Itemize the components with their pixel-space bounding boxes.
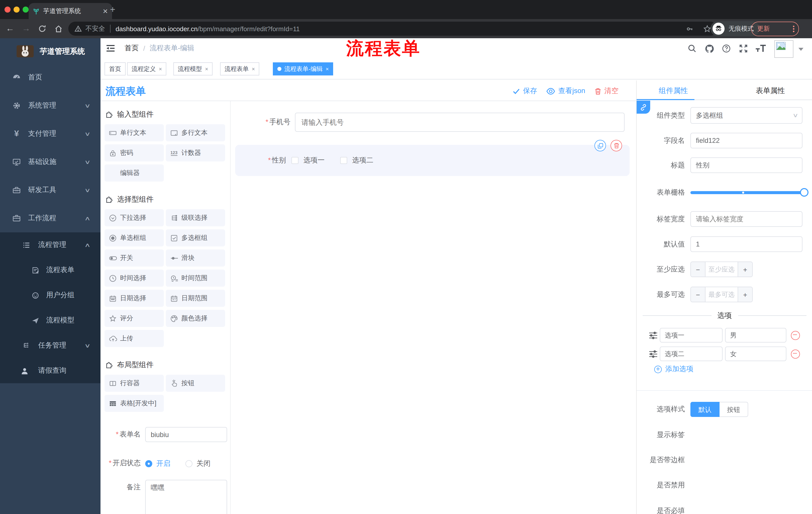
title-input[interactable]: [690, 157, 803, 173]
view-json-button[interactable]: 查看json: [546, 86, 585, 96]
clear-button[interactable]: 清空: [594, 86, 618, 96]
drag-handle-icon[interactable]: [649, 331, 658, 339]
github-icon[interactable]: [704, 44, 715, 54]
palette-item-checkbox-group[interactable]: 多选框组: [166, 229, 225, 246]
sidebar-item-process-form[interactable]: 流程表单: [0, 258, 100, 283]
status-on-label[interactable]: 开启: [156, 459, 170, 468]
palette-item-time-range[interactable]: 时间范围: [166, 270, 225, 287]
default-value-input[interactable]: [690, 236, 803, 252]
drag-handle-icon[interactable]: [649, 350, 658, 358]
tag-close-icon[interactable]: ×: [252, 66, 255, 72]
option1-label-input[interactable]: [660, 328, 723, 343]
chrome-menu-icon[interactable]: [793, 26, 794, 32]
sidebar-item-leave-query[interactable]: 请假查询: [0, 358, 100, 383]
sidebar-item-system[interactable]: 系统管理 ∨: [0, 91, 100, 120]
label-width-input[interactable]: [690, 211, 803, 227]
browser-tab[interactable]: 芋道管理系统 ✕: [29, 3, 112, 19]
sidebar-item-user-group[interactable]: 用户分组: [0, 283, 100, 308]
decrease-button[interactable]: −: [691, 262, 705, 277]
avatar-dropdown-caret-icon[interactable]: [799, 48, 804, 51]
form-name-input[interactable]: [145, 427, 227, 442]
add-option-button[interactable]: 添加选项: [654, 364, 693, 374]
tab-component-props[interactable]: 组件属性: [659, 80, 688, 101]
palette-item-single-text[interactable]: 单行文本: [105, 124, 164, 141]
search-icon[interactable]: [687, 44, 697, 54]
forward-icon[interactable]: →: [20, 23, 32, 35]
remove-option-icon[interactable]: [791, 349, 800, 358]
tag-close-icon[interactable]: ×: [326, 66, 329, 72]
sidebar-item-infra[interactable]: 基础设施 ∨: [0, 148, 100, 176]
radio-on-icon[interactable]: [145, 460, 152, 467]
decrease-button[interactable]: −: [691, 287, 705, 302]
palette-item-editor[interactable]: 编辑器: [105, 164, 164, 182]
bookmark-star-icon[interactable]: [703, 24, 712, 33]
option2-label-input[interactable]: [660, 347, 723, 361]
avatar[interactable]: [774, 40, 793, 58]
back-icon[interactable]: ←: [4, 23, 16, 35]
increase-button[interactable]: +: [737, 287, 752, 302]
field-name-input[interactable]: [690, 133, 803, 148]
palette-item-rate[interactable]: 评分: [105, 310, 164, 327]
window-minimize-button[interactable]: [13, 6, 20, 12]
delete-component-button[interactable]: [610, 140, 622, 152]
password-key-icon[interactable]: [685, 24, 694, 33]
min-select-value[interactable]: 至少应选: [705, 262, 737, 277]
sidebar-item-home[interactable]: 首页: [0, 63, 100, 91]
fullscreen-icon[interactable]: [738, 44, 749, 54]
option2-value-input[interactable]: [725, 347, 786, 361]
style-button-button[interactable]: 按钮: [720, 402, 748, 417]
grid-slider[interactable]: [690, 191, 804, 194]
palette-item-row-container[interactable]: 行容器: [105, 375, 164, 392]
palette-item-upload[interactable]: 上传: [105, 330, 164, 347]
palette-item-slider[interactable]: 滑块: [166, 249, 225, 267]
copy-component-button[interactable]: [594, 140, 606, 152]
window-zoom-button[interactable]: [23, 6, 29, 12]
palette-item-cascader[interactable]: 级联选择: [166, 209, 225, 226]
phone-input[interactable]: [295, 113, 625, 132]
palette-item-password[interactable]: 密码: [105, 144, 164, 161]
tab-close-icon[interactable]: ✕: [103, 7, 108, 15]
checkbox-option1[interactable]: [291, 157, 298, 164]
tag-home[interactable]: 首页: [105, 62, 126, 76]
tag-process-definition[interactable]: 流程定义 ×: [127, 62, 167, 76]
palette-item-select[interactable]: 下拉选择: [105, 209, 164, 226]
remark-textarea[interactable]: 嘿嘿: [145, 480, 227, 514]
increase-button[interactable]: +: [737, 262, 752, 277]
save-button[interactable]: 保存: [513, 86, 537, 96]
palette-item-date-picker[interactable]: 日期选择: [105, 290, 164, 307]
tag-process-form-edit[interactable]: 流程表单-编辑 ×: [273, 62, 334, 76]
sidebar-item-payment[interactable]: ¥ 支付管理 ∨: [0, 120, 100, 148]
tab-form-props[interactable]: 表单属性: [756, 80, 785, 101]
reload-icon[interactable]: [36, 23, 48, 35]
palette-item-radio-group[interactable]: 单选框组: [105, 229, 164, 246]
style-default-button[interactable]: 默认: [690, 402, 720, 417]
tag-close-icon[interactable]: ×: [159, 66, 162, 72]
radio-off-icon[interactable]: [185, 460, 193, 467]
palette-item-table[interactable]: 表格[开发中]: [105, 395, 164, 412]
sidebar-item-devtools[interactable]: 研发工具 ∨: [0, 176, 100, 204]
checkbox-option2[interactable]: [340, 157, 347, 164]
sidebar-item-process-mgmt[interactable]: 流程管理 ∧: [0, 232, 100, 258]
sidebar-collapse-icon[interactable]: [106, 43, 116, 53]
sidebar-item-workflow[interactable]: 工作流程 ∧: [0, 204, 100, 232]
palette-item-date-range[interactable]: 日期范围: [166, 290, 225, 307]
palette-item-color-picker[interactable]: 颜色选择: [166, 310, 225, 327]
gender-option2-label[interactable]: 选项二: [352, 156, 373, 165]
breadcrumb-home[interactable]: 首页: [125, 44, 139, 53]
palette-item-time-picker[interactable]: 时间选择: [105, 270, 164, 287]
url-bar[interactable]: 不安全 dashboard.yudao.iocoder.cn/bpm/manag…: [68, 22, 718, 36]
slider-handle[interactable]: [800, 188, 809, 197]
home-icon[interactable]: [52, 23, 64, 35]
remove-option-icon[interactable]: [791, 331, 800, 340]
max-select-value[interactable]: 最多可选: [705, 287, 737, 302]
tag-close-icon[interactable]: ×: [205, 66, 208, 72]
chrome-update-button[interactable]: 更新: [751, 22, 799, 36]
palette-item-switch[interactable]: 开关: [105, 249, 164, 267]
canvas-gender-field[interactable]: *性别 选项一 选项二: [235, 145, 630, 176]
new-tab-button[interactable]: +: [110, 5, 115, 14]
sidebar-item-task-mgmt[interactable]: 任务管理 ∨: [0, 333, 100, 358]
help-icon[interactable]: [722, 44, 732, 54]
window-close-button[interactable]: [4, 6, 10, 12]
status-off-label[interactable]: 关闭: [197, 459, 210, 468]
update-label[interactable]: 更新: [757, 25, 770, 33]
